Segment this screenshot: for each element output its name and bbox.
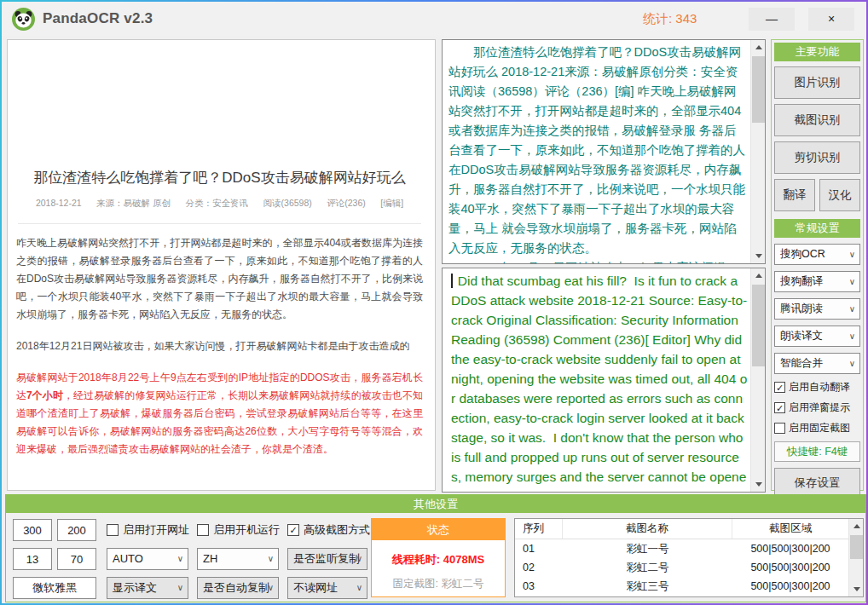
popup-hint-checkbox[interactable]: ✓启用弹窗提示: [774, 400, 860, 415]
other-settings-header: 其他设置: [6, 495, 865, 513]
scroll-down-icon[interactable]: [751, 249, 766, 263]
image-preview-panel[interactable]: 那位渣渣特么吃饱撑着了吧？DDoS攻击易破解网站好玩么 2018-12-21 来…: [7, 39, 436, 491]
advanced-capture-checkbox[interactable]: ✓高级截图方式: [287, 519, 370, 541]
auto-copy-select[interactable]: 是否自动复制∨: [197, 577, 279, 599]
article-paragraph: 2018年12月21日网站被攻击，如果大家访问慢，打开易破解网站卡都是由于攻击造…: [16, 337, 423, 355]
checkbox-icon[interactable]: ✓: [287, 524, 299, 536]
translation-scrollbar[interactable]: [750, 268, 765, 492]
clipboard-recognize-button[interactable]: 剪切识别: [774, 141, 860, 174]
scrollbar-thumb[interactable]: [752, 56, 765, 123]
article-paragraph: 咋天晚上易破解网站突然打不开，打开网站都是超时来的，全部显示404或者数据库为连…: [16, 234, 423, 324]
scrollbar-thumb[interactable]: [850, 535, 863, 559]
chevron-down-icon: ∨: [849, 272, 855, 291]
capture-width-input[interactable]: [13, 519, 52, 541]
table-body: 序列 截图名称 截图区域 01 彩虹一号 500|500|300|200 02 …: [515, 519, 848, 596]
scroll-up-icon[interactable]: [849, 519, 864, 533]
close-button[interactable]: ×: [808, 8, 854, 31]
scroll-up-icon[interactable]: [751, 40, 766, 55]
checkbox-icon[interactable]: [197, 524, 209, 536]
checkbox-icon[interactable]: ✓: [774, 382, 785, 393]
preview-article: 那位渣渣特么吃饱撑着了吧？DDoS攻击易破解网站好玩么 2018-12-21 来…: [8, 40, 435, 458]
translate-button[interactable]: 翻译: [774, 179, 815, 211]
chevron-down-icon: ∨: [177, 578, 183, 598]
translation-text[interactable]: Did that scumbag eat his fill? Is it fun…: [443, 268, 750, 492]
scroll-up-icon[interactable]: [751, 268, 766, 283]
capture-height-input[interactable]: [57, 519, 96, 541]
hotkey-display: 快捷键: F4键: [774, 441, 860, 462]
smart-merge-select[interactable]: 智能合并∨: [774, 353, 860, 374]
ocr-result-box[interactable]: 那位渣渣特么吃饱撑着了吧？DDoS攻击易破解网站好玩么 2018-12-21来源…: [442, 39, 766, 264]
run-at-startup-checkbox[interactable]: 启用开机运行: [197, 519, 280, 541]
other-settings-panel: 其他设置 启用打开网址 启用开机运行 ✓高级截图方式 AUTO∨ ZH∨ 是否监…: [5, 494, 866, 602]
target-language-select[interactable]: ZH∨: [197, 548, 279, 570]
general-settings-header: 常规设置: [774, 219, 860, 238]
checkbox-icon[interactable]: ✓: [774, 402, 785, 413]
scroll-down-icon[interactable]: [751, 477, 766, 492]
article-divider: [18, 223, 421, 224]
image-recognize-button[interactable]: 图片识别: [774, 66, 860, 99]
chevron-down-icon: ∨: [849, 354, 855, 373]
scroll-down-icon[interactable]: [849, 582, 864, 596]
table-header-row: 序列 截图名称 截图区域: [515, 519, 848, 539]
panda-logo-icon: [12, 8, 35, 31]
chevron-down-icon: ∨: [268, 549, 274, 569]
title-bar[interactable]: PandaOCR v2.3 统计: 343 — ×: [2, 2, 866, 36]
ocr-result-text[interactable]: 那位渣渣特么吃饱撑着了吧？DDoS攻击易破解网站好玩么 2018-12-21来源…: [443, 40, 750, 263]
article-title: 那位渣渣特么吃饱撑着了吧？DDoS攻击易破解网站好玩么: [16, 168, 423, 187]
scrollbar-thumb[interactable]: [752, 285, 765, 366]
sinicize-button[interactable]: 汉化: [819, 179, 860, 211]
screenshot-recognize-button[interactable]: 截图识别: [774, 104, 860, 136]
pandaocr-window: PandaOCR v2.3 统计: 343 — × 那位渣渣特么吃饱撑着了吧？D…: [2, 2, 866, 603]
stats-counter: 统计: 343: [643, 2, 697, 36]
open-url-checkbox[interactable]: 启用打开网址: [107, 519, 189, 541]
auto-translate-checkbox[interactable]: ✓启用自动翻译: [774, 379, 860, 395]
font-name-input[interactable]: [13, 577, 96, 599]
chevron-down-icon: ∨: [849, 245, 855, 264]
window-frame: PandaOCR v2.3 统计: 343 — × 那位渣渣特么吃饱撑着了吧？D…: [0, 0, 868, 605]
checkbox-icon[interactable]: [774, 423, 785, 434]
speech-engine-select[interactable]: 腾讯朗读∨: [774, 298, 860, 320]
sidebar: 主要功能 图片识别 截图识别 剪切识别 翻译 汉化 常规设置 搜狗OCR∨ 搜狗…: [771, 39, 864, 491]
chevron-down-icon: ∨: [268, 578, 274, 598]
chevron-down-icon: ∨: [356, 578, 362, 598]
opacity-input[interactable]: [57, 548, 96, 570]
chevron-down-icon: ∨: [177, 549, 183, 569]
checkbox-icon[interactable]: [107, 524, 119, 536]
article-red-paragraph: 易破解网站于2018年8月22号上午9点左右受到的IP地址指定的DDOS攻击，服…: [16, 369, 423, 458]
ocr-engine-select[interactable]: 搜狗OCR∨: [774, 244, 860, 265]
app-title: PandaOCR v2.3: [43, 2, 153, 36]
chevron-down-icon: ∨: [849, 299, 855, 319]
translation-result-box[interactable]: Did that scumbag eat his fill? Is it fun…: [442, 268, 766, 493]
table-scrollbar[interactable]: [848, 519, 863, 596]
thread-time-text: 线程耗时: 4078MS: [372, 552, 505, 568]
table-row[interactable]: 03 彩虹三号 500|500|300|200: [515, 577, 848, 596]
source-language-select[interactable]: AUTO∨: [107, 548, 188, 570]
read-url-select[interactable]: 不读网址∨: [287, 577, 367, 599]
translate-engine-select[interactable]: 搜狗翻译∨: [774, 271, 860, 292]
main-functions-header: 主要功能: [774, 43, 860, 61]
table-row[interactable]: 02 彩虹二号 500|500|300|200: [515, 558, 848, 577]
text-cursor: [451, 274, 453, 288]
fixed-capture-checkbox[interactable]: 启用固定截图: [774, 420, 860, 435]
chevron-down-icon: ∨: [849, 326, 855, 346]
fixed-capture-text: 固定截图: 彩虹二号: [372, 577, 505, 591]
ocr-scrollbar[interactable]: [750, 40, 765, 263]
listen-copy-select[interactable]: 是否监听复制∨: [287, 548, 367, 570]
minimize-button[interactable]: —: [749, 8, 795, 31]
read-target-select[interactable]: 朗读译文∨: [774, 326, 860, 347]
font-size-input[interactable]: [13, 548, 52, 570]
show-translation-select[interactable]: 显示译文∨: [107, 577, 188, 599]
capture-region-table[interactable]: 序列 截图名称 截图区域 01 彩虹一号 500|500|300|200 02 …: [514, 518, 864, 597]
status-box: 状态 线程耗时: 4078MS 固定截图: 彩虹二号: [371, 518, 506, 597]
status-header: 状态: [372, 519, 505, 540]
chevron-down-icon: ∨: [356, 549, 362, 569]
table-row[interactable]: 01 彩虹一号 500|500|300|200: [515, 539, 848, 558]
article-meta: 2018-12-21 来源：易破解 原创 分类：安全资讯 阅读(36598) 评…: [16, 198, 423, 210]
